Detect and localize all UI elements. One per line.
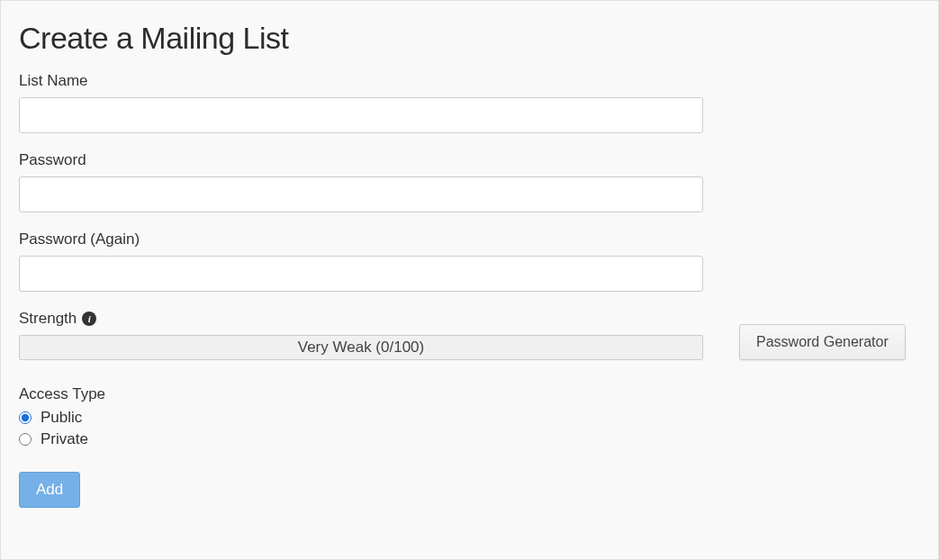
access-private-radio[interactable]	[19, 433, 32, 446]
password-again-input[interactable]	[19, 256, 703, 292]
password-again-label: Password (Again)	[19, 230, 920, 248]
strength-label: Strength	[19, 310, 77, 328]
strength-meter: Very Weak (0/100)	[19, 335, 703, 360]
password-input[interactable]	[19, 176, 703, 212]
access-private-label[interactable]: Private	[41, 430, 88, 448]
add-button[interactable]: Add	[19, 472, 80, 508]
password-generator-button[interactable]: Password Generator	[739, 324, 906, 360]
access-public-label[interactable]: Public	[41, 409, 82, 427]
list-name-input[interactable]	[19, 97, 703, 133]
info-icon[interactable]: i	[82, 312, 96, 326]
page-title: Create a Mailing List	[19, 21, 920, 56]
access-public-radio[interactable]	[19, 411, 32, 424]
access-type-label: Access Type	[19, 385, 920, 403]
password-label: Password	[19, 151, 920, 169]
list-name-label: List Name	[19, 72, 920, 90]
